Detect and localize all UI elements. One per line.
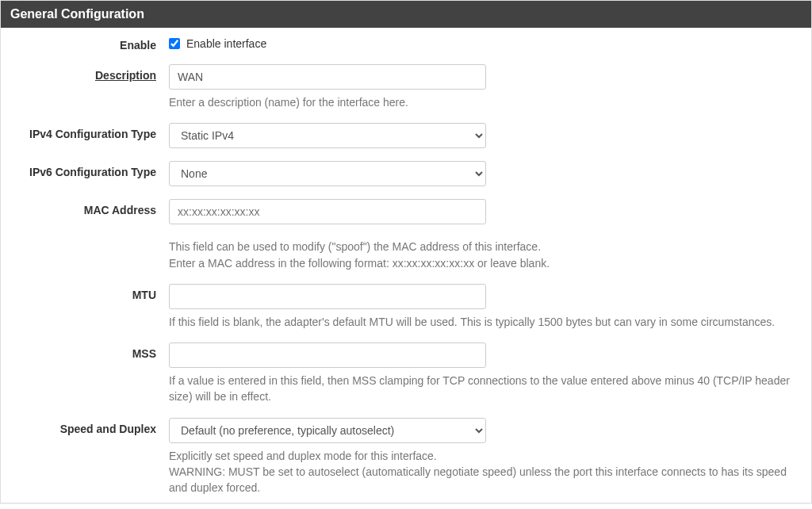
mac-row: MAC Address This field can be used to mo… — [1, 193, 811, 277]
description-label: Description — [1, 64, 167, 82]
speed-help-1: Explicitly set speed and duplex mode for… — [169, 448, 802, 464]
ipv6-type-select[interactable]: None — [169, 161, 486, 186]
enable-row: Enable Enable interface — [1, 28, 811, 58]
mtu-input[interactable] — [169, 284, 486, 309]
general-configuration-panel: General Configuration Enable Enable inte… — [0, 0, 812, 503]
ipv6-type-label: IPv6 Configuration Type — [1, 161, 167, 178]
description-row: Description Enter a description (name) f… — [1, 58, 811, 117]
general-config-header: General Configuration — [1, 1, 811, 28]
mss-row: MSS If a value is entered in this field,… — [1, 336, 811, 411]
ipv4-type-row: IPv4 Configuration Type Static IPv4 — [1, 117, 811, 155]
speed-row: Speed and Duplex Default (no preference,… — [1, 411, 811, 503]
speed-label: Speed and Duplex — [1, 418, 167, 435]
mtu-label: MTU — [1, 284, 167, 301]
description-help: Enter a description (name) for the inter… — [169, 94, 802, 110]
enable-label: Enable — [1, 34, 167, 52]
mac-input[interactable] — [169, 199, 486, 224]
enable-checkbox[interactable] — [169, 38, 180, 49]
mtu-row: MTU If this field is blank, the adapter'… — [1, 277, 811, 336]
description-input[interactable] — [169, 64, 486, 90]
ipv4-type-select[interactable]: Static IPv4 — [169, 123, 486, 148]
mss-help: If a value is entered in this field, the… — [169, 373, 802, 405]
ipv6-type-row: IPv6 Configuration Type None — [1, 155, 811, 193]
mac-label: MAC Address — [1, 199, 167, 216]
mss-input[interactable] — [169, 343, 486, 368]
mtu-help: If this field is blank, the adapter's de… — [169, 314, 802, 330]
ipv4-type-label: IPv4 Configuration Type — [1, 123, 167, 140]
mac-help-1: This field can be used to modify ("spoof… — [169, 239, 802, 254]
speed-select[interactable]: Default (no preference, typically autose… — [169, 418, 486, 443]
speed-help-2: WARNING: MUST be set to autoselect (auto… — [169, 464, 802, 496]
mss-label: MSS — [1, 343, 167, 360]
mac-help-2: Enter a MAC address in the following for… — [169, 255, 802, 271]
enable-checkbox-label: Enable interface — [186, 37, 266, 50]
